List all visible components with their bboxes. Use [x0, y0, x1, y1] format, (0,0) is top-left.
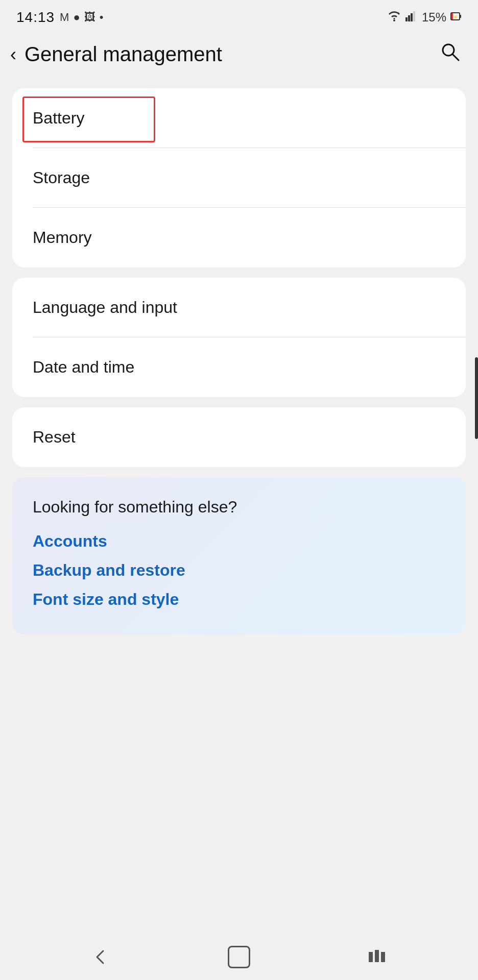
vpn-icon: ●: [73, 11, 80, 24]
svg-rect-3: [408, 15, 410, 21]
date-time-item[interactable]: Date and time: [12, 337, 466, 397]
reset-item[interactable]: Reset: [12, 407, 466, 467]
nav-back-button[interactable]: [80, 942, 121, 972]
svg-rect-4: [411, 13, 413, 21]
status-time: 14:13: [16, 9, 55, 26]
font-size-style-link[interactable]: Font size and style: [33, 590, 445, 609]
device-card: Battery Storage Memory: [12, 88, 466, 267]
svg-text:⚡: ⚡: [453, 14, 458, 19]
svg-rect-12: [369, 952, 373, 962]
svg-line-11: [452, 54, 459, 60]
gallery-icon: 🖼: [84, 11, 95, 24]
svg-point-0: [393, 19, 395, 21]
reset-label: Reset: [33, 428, 76, 447]
accounts-link[interactable]: Accounts: [33, 532, 445, 551]
wifi-icon: +: [387, 10, 401, 24]
search-button[interactable]: [439, 41, 462, 68]
svg-rect-13: [375, 950, 379, 962]
toolbar: ‹ General management: [0, 31, 478, 80]
nav-home-button[interactable]: [219, 942, 259, 972]
nav-bar: [0, 934, 478, 980]
home-icon: [228, 946, 250, 968]
page-title: General management: [25, 43, 222, 66]
status-bar: 14:13 M ● 🖼 • + 15%: [0, 0, 478, 31]
locale-card: Language and input Date and time: [12, 278, 466, 397]
status-bar-left: 14:13 M ● 🖼 •: [16, 9, 103, 26]
memory-item[interactable]: Memory: [12, 208, 466, 267]
suggestions-card: Looking for something else? Accounts Bac…: [12, 477, 466, 634]
toolbar-left: ‹ General management: [10, 43, 222, 66]
date-time-label: Date and time: [33, 358, 134, 377]
gmail-icon: M: [60, 11, 69, 24]
svg-rect-14: [381, 952, 385, 962]
status-bar-right: + 15% ⚡: [387, 10, 462, 24]
storage-item[interactable]: Storage: [12, 148, 466, 208]
battery-item[interactable]: Battery: [12, 88, 466, 148]
svg-rect-7: [460, 15, 461, 18]
nav-recent-button[interactable]: [357, 942, 398, 972]
status-icons: M ● 🖼 •: [60, 11, 103, 24]
language-input-label: Language and input: [33, 298, 177, 317]
battery-icon: ⚡: [450, 11, 462, 24]
language-input-item[interactable]: Language and input: [12, 278, 466, 337]
svg-rect-5: [413, 11, 415, 21]
signal-icon: [405, 10, 418, 24]
backup-restore-link[interactable]: Backup and restore: [33, 561, 445, 580]
suggestions-title: Looking for something else?: [33, 498, 445, 517]
scrollbar[interactable]: [475, 357, 478, 439]
battery-percentage: 15%: [422, 10, 446, 24]
main-content: Battery Storage Memory Language and inpu…: [0, 80, 478, 643]
back-button[interactable]: ‹: [10, 45, 16, 64]
svg-text:+: +: [397, 11, 400, 15]
battery-label: Battery: [33, 109, 84, 128]
svg-rect-2: [405, 17, 408, 21]
reset-card: Reset: [12, 407, 466, 467]
memory-label: Memory: [33, 228, 92, 247]
notification-dot: •: [100, 11, 104, 24]
storage-label: Storage: [33, 168, 90, 187]
